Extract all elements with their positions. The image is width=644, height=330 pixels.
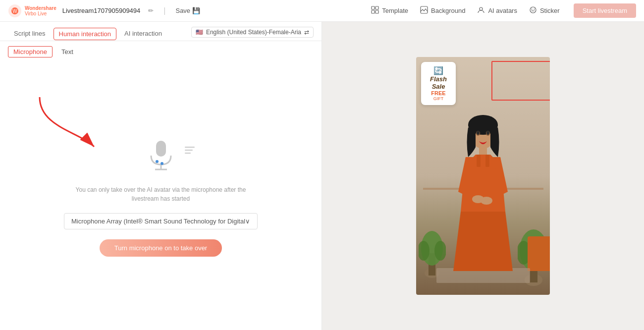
turn-mic-on-button[interactable]: Turn microphone on to take over	[100, 239, 222, 257]
svg-rect-4	[376, 6, 378, 9]
sub-tab-text[interactable]: Text	[56, 47, 78, 57]
svg-rect-5	[372, 10, 375, 13]
flag-icon: 🇺🇸	[196, 29, 203, 36]
logo: W Wondershare Virbo Live	[8, 4, 56, 18]
svg-point-8	[480, 7, 483, 10]
main-layout: Script lines Human interaction AI intera…	[0, 22, 644, 330]
logo-text: Wondershare Virbo Live	[25, 5, 56, 16]
sofa-object	[528, 236, 550, 271]
ai-avatars-nav-item[interactable]: AI avatars	[477, 6, 517, 15]
dropdown-label: Microphone Array (Intel® Smart Sound Tec…	[71, 218, 245, 225]
svg-point-9	[530, 7, 536, 13]
ai-avatars-icon	[477, 6, 485, 15]
topbar-nav: Template Background AI avatars	[371, 6, 559, 15]
background-icon	[420, 6, 428, 15]
avatar-person	[451, 112, 515, 271]
template-icon	[371, 6, 379, 15]
start-livestream-button[interactable]: Start livestream	[574, 3, 636, 18]
svg-point-33	[486, 131, 489, 135]
svg-text:W: W	[12, 8, 17, 14]
svg-rect-3	[372, 6, 375, 9]
tab-script-lines[interactable]: Script lines	[8, 27, 52, 41]
svg-rect-38	[485, 155, 489, 167]
sticker-nav-item[interactable]: Sticker	[529, 6, 560, 15]
dropdown-chevron-icon: ∨	[245, 218, 250, 225]
flash-sale-gift: GIFT	[426, 96, 451, 101]
sticker-label: Sticker	[540, 7, 560, 14]
mic-visualization	[141, 136, 181, 177]
svg-point-11	[534, 9, 535, 10]
left-panel: Script lines Human interaction AI intera…	[0, 22, 322, 330]
mic-content-area: You can only take over the AI avatar via…	[0, 62, 322, 330]
svg-point-22	[434, 241, 446, 261]
svg-point-36	[481, 197, 492, 205]
microphone-icon	[141, 136, 181, 175]
red-arrow-indicator	[30, 87, 109, 157]
main-tabs: Script lines Human interaction AI intera…	[0, 22, 322, 41]
lang-label: English (United States)-Female-Aria	[206, 29, 301, 36]
svg-rect-6	[376, 10, 378, 13]
sticker-icon	[529, 6, 537, 15]
svg-point-17	[161, 162, 163, 165]
save-icon: 💾	[192, 7, 200, 14]
topbar: W Wondershare Virbo Live Livestream17079…	[0, 0, 644, 22]
flash-sale-badge: 🔄 Flash Sale FREE GIFT	[421, 62, 456, 105]
svg-point-16	[156, 160, 159, 163]
flash-sale-title: Flash Sale	[426, 75, 451, 90]
stream-title: Livestream1707905909494	[62, 7, 141, 14]
svg-point-32	[477, 131, 480, 135]
flash-sale-icon: 🔄	[426, 66, 451, 75]
svg-rect-37	[477, 155, 481, 167]
topbar-divider: |	[163, 6, 165, 15]
sub-tabs: Microphone Text	[0, 41, 322, 62]
avatar-frame: 🔄 Flash Sale FREE GIFT	[416, 57, 550, 295]
selection-highlight-box	[491, 61, 550, 101]
logo-icon: W	[8, 4, 22, 18]
mic-icon-container	[141, 136, 181, 177]
flash-sale-free: FREE	[426, 90, 451, 96]
microphone-dropdown[interactable]: Microphone Array (Intel® Smart Sound Tec…	[64, 213, 258, 229]
background-nav-item[interactable]: Background	[420, 6, 465, 15]
right-panel: 🔄 Flash Sale FREE GIFT	[322, 22, 644, 330]
edit-title-icon[interactable]: ✏	[148, 7, 154, 14]
language-selector[interactable]: 🇺🇸 English (United States)-Female-Aria ⇄	[191, 27, 314, 38]
svg-point-10	[531, 9, 532, 10]
lang-chevron-icon: ⇄	[304, 29, 309, 36]
ai-avatars-label: AI avatars	[488, 7, 517, 14]
save-button[interactable]: Save 💾	[175, 7, 200, 14]
svg-rect-13	[156, 141, 166, 157]
mic-hint-text: You can only take over the AI avatar via…	[72, 185, 250, 203]
sound-wave-lines	[185, 147, 195, 154]
background-label: Background	[431, 7, 465, 14]
tab-ai-interaction[interactable]: AI interaction	[118, 27, 168, 41]
template-nav-item[interactable]: Template	[371, 6, 408, 15]
sub-tab-microphone[interactable]: Microphone	[8, 46, 53, 57]
tab-human-interaction[interactable]: Human interaction	[54, 28, 117, 40]
template-label: Template	[382, 7, 408, 14]
